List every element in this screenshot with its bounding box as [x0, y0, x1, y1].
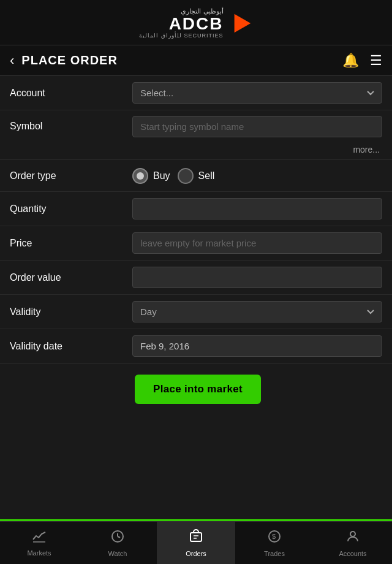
order-value-row: Order value: [0, 261, 392, 295]
svg-text:$: $: [272, 533, 276, 540]
nav-bar: ‹ PLACE ORDER 🔔 ☰: [0, 45, 392, 76]
symbol-input[interactable]: [132, 116, 382, 137]
form-area: Account Select... Symbol more... Order t…: [0, 76, 392, 414]
validity-date-label: Validity date: [10, 341, 132, 352]
account-row: Account Select...: [0, 76, 392, 110]
logo-play-icon: [230, 12, 253, 35]
nav-accounts[interactable]: Accounts: [314, 522, 392, 564]
validity-label: Validity: [10, 307, 132, 318]
bell-icon[interactable]: 🔔: [342, 53, 359, 69]
order-value-control: [132, 267, 382, 288]
buy-label: Buy: [153, 170, 170, 181]
bottom-nav: Markets Watch Orders $: [0, 521, 392, 564]
markets-icon: [32, 530, 47, 547]
back-button[interactable]: ‹: [10, 53, 14, 69]
place-into-market-button[interactable]: Place into market: [135, 375, 261, 404]
validity-date-row: Validity date: [0, 329, 392, 364]
sell-label: Sell: [198, 170, 215, 181]
svg-rect-5: [190, 533, 202, 541]
validity-select[interactable]: Day: [132, 301, 382, 322]
symbol-label: Symbol: [10, 121, 132, 132]
watch-icon: [110, 529, 125, 547]
price-label: Price: [10, 238, 132, 249]
nav-icons: 🔔 ☰: [342, 53, 382, 69]
accounts-label: Accounts: [339, 550, 366, 557]
validity-date-input[interactable]: [132, 335, 382, 357]
orders-label: Orders: [186, 550, 206, 557]
order-value-input[interactable]: [132, 267, 382, 288]
more-link[interactable]: more...: [353, 145, 382, 154]
buy-radio[interactable]: [132, 168, 148, 184]
place-btn-row: Place into market: [0, 364, 392, 414]
order-type-row: Order type Buy Sell: [0, 160, 392, 192]
page-title: PLACE ORDER: [21, 53, 342, 67]
order-value-label: Order value: [10, 272, 132, 283]
quantity-row: Quantity: [0, 192, 392, 226]
orders-icon: [189, 529, 203, 547]
validity-row: Validity Day: [0, 295, 392, 329]
nav-trades[interactable]: $ Trades: [235, 522, 314, 564]
sell-option[interactable]: Sell: [178, 168, 215, 184]
watch-label: Watch: [108, 550, 127, 557]
sell-radio[interactable]: [178, 168, 194, 184]
logo-text-block: أبوظبي التجاري ADCB SECURITIES للأوراق ا…: [139, 7, 223, 39]
svg-point-10: [350, 532, 355, 536]
order-type-control: Buy Sell: [132, 168, 382, 184]
svg-line-4: [118, 536, 120, 538]
nav-orders[interactable]: Orders: [157, 522, 235, 564]
logo-header: أبوظبي التجاري ADCB SECURITIES للأوراق ا…: [0, 0, 392, 45]
trades-icon: $: [267, 529, 282, 547]
price-row: Price: [0, 226, 392, 261]
menu-icon[interactable]: ☰: [370, 53, 382, 69]
quantity-control: [132, 198, 382, 219]
symbol-section: Symbol more...: [0, 110, 392, 160]
nav-watch[interactable]: Watch: [78, 522, 157, 564]
more-link-row: more...: [10, 142, 382, 159]
quantity-label: Quantity: [10, 204, 132, 215]
quantity-input[interactable]: [132, 198, 382, 219]
nav-markets[interactable]: Markets: [0, 522, 78, 564]
svg-marker-0: [234, 13, 251, 32]
trades-label: Trades: [264, 550, 285, 557]
symbol-control: [132, 116, 382, 137]
validity-control: Day: [132, 301, 382, 322]
account-label: Account: [10, 88, 132, 99]
validity-date-control: [132, 335, 382, 357]
markets-label: Markets: [27, 549, 51, 557]
price-control: [132, 232, 382, 254]
symbol-row: Symbol: [10, 110, 382, 142]
buy-option[interactable]: Buy: [132, 168, 170, 184]
account-control: Select...: [132, 82, 382, 104]
logo-adcb: ADCB: [169, 15, 224, 32]
price-input[interactable]: [132, 232, 382, 254]
logo-securities: SECURITIES للأوراق المالية: [139, 32, 223, 39]
order-type-label: Order type: [10, 170, 132, 181]
accounts-icon: [345, 529, 360, 547]
account-select[interactable]: Select...: [132, 82, 382, 104]
logo-container: أبوظبي التجاري ADCB SECURITIES للأوراق ا…: [139, 7, 252, 39]
